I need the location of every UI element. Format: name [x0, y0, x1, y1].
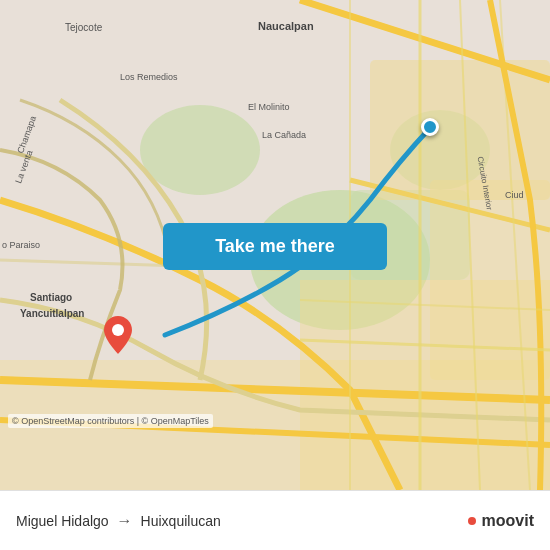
moovit-logo: moovit: [468, 512, 534, 530]
label-santiago: Santiago: [30, 292, 72, 303]
route-info: Miguel Hidalgo → Huixquilucan: [16, 512, 221, 530]
route-to: Huixquilucan: [141, 513, 221, 529]
label-o-paraiso: o Paraiso: [2, 240, 40, 250]
map-attribution: © OpenStreetMap contributors | © OpenMap…: [8, 414, 213, 428]
svg-rect-8: [300, 280, 550, 490]
moovit-dot-icon: [468, 517, 476, 525]
start-marker: [421, 118, 439, 136]
label-ciud: Ciud: [505, 190, 524, 200]
destination-marker: [104, 316, 132, 358]
label-el-molinito: El Molinito: [248, 102, 290, 112]
map-container: Tejocote Naucalpan Los Remedios El Molin…: [0, 0, 550, 490]
label-la-canada: La Cañada: [262, 130, 306, 140]
svg-point-20: [112, 324, 124, 336]
label-naucalpan: Naucalpan: [258, 20, 314, 32]
moovit-brand-text: moovit: [482, 512, 534, 530]
route-from: Miguel Hidalgo: [16, 513, 109, 529]
take-me-there-button[interactable]: Take me there: [163, 223, 387, 270]
route-arrow: →: [117, 512, 133, 530]
label-yancuitlalpan: Yancuitlalpan: [20, 308, 84, 319]
label-los-remedios: Los Remedios: [120, 72, 178, 82]
label-tejocote: Tejocote: [65, 22, 102, 33]
bottom-bar: Miguel Hidalgo → Huixquilucan moovit: [0, 490, 550, 550]
svg-point-2: [140, 105, 260, 195]
